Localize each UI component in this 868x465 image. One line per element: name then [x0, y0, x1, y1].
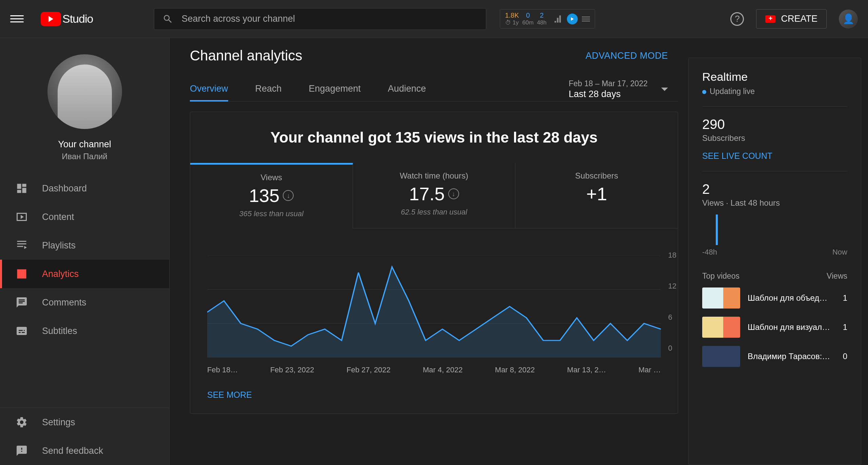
stat-label: Watch time (hours)	[356, 171, 512, 181]
tab-overview[interactable]: Overview	[190, 77, 228, 101]
down-arrow-icon	[283, 190, 294, 201]
views-48h-label: Views · Last 48 hours	[702, 198, 847, 208]
sidebar-item-feedback[interactable]: Send feedback	[0, 436, 169, 465]
date-range-picker[interactable]: Feb 18 – Mar 17, 2022 Last 28 days	[569, 79, 668, 99]
tab-engagement[interactable]: Engagement	[309, 77, 361, 101]
hamburger-icon[interactable]	[10, 12, 24, 26]
sidebar-item-label: Settings	[42, 417, 75, 428]
channel-avatar	[47, 54, 122, 129]
create-camera-icon	[765, 15, 775, 23]
video-title: Шаблон для визуал…	[748, 322, 835, 332]
video-thumbnail	[702, 287, 740, 309]
sidebar-item-playlists[interactable]: Playlists	[0, 231, 169, 260]
stat-value: 135	[249, 185, 279, 206]
stat-label: Subscribers	[519, 171, 674, 181]
analytics-card: Your channel got 135 views in the last 2…	[190, 112, 678, 414]
badge-60m-value: 0	[526, 12, 530, 19]
see-more-link[interactable]: SEE MORE	[207, 390, 678, 400]
analytics-icon	[15, 267, 28, 281]
stat-value: 17.5	[409, 183, 445, 204]
sidebar-item-label: Analytics	[42, 269, 79, 279]
video-views: 0	[843, 352, 847, 361]
stat-label: Views	[194, 173, 349, 182]
top-video-item[interactable]: Владимир Тарасов:… 0	[702, 346, 847, 367]
stat-sub: 62.5 less than usual	[356, 208, 512, 217]
page-title: Channel analytics	[190, 48, 302, 64]
gear-icon	[15, 415, 28, 429]
see-live-count-link[interactable]: SEE LIVE COUNT	[702, 151, 847, 161]
views-48h-value: 2	[702, 182, 847, 197]
top-videos-label: Top videos	[702, 272, 739, 281]
sidebar-item-label: Content	[42, 212, 74, 222]
comments-icon	[15, 296, 28, 309]
realtime-bars-chart	[702, 215, 847, 245]
badge-48h-sub: 48h	[537, 19, 547, 26]
list-icon[interactable]	[582, 17, 590, 21]
chart-x-axis: Feb 18…Feb 23, 2022Feb 27, 2022Mar 4, 20…	[207, 366, 661, 374]
stat-views[interactable]: Views 135 365 less than usual	[190, 163, 353, 228]
sidebar-item-label: Playlists	[42, 240, 76, 251]
header-stats-widget[interactable]: 1.8K⏱ 1y 060m 248h	[500, 9, 595, 29]
badge-60m-sub: 60m	[522, 19, 534, 26]
chevron-down-icon	[661, 88, 668, 91]
sidebar-item-label: Send feedback	[42, 446, 103, 456]
create-button[interactable]: CREATE	[756, 9, 827, 29]
sidebar-item-analytics[interactable]: Analytics	[0, 260, 169, 288]
live-dot-icon	[702, 90, 706, 94]
sidebar: Your channel Иван Палий Dashboard Conten…	[0, 38, 170, 465]
app-header: Studio Search across your channel 1.8K⏱ …	[0, 0, 868, 38]
video-views: 1	[843, 322, 847, 332]
search-input[interactable]: Search across your channel	[154, 8, 486, 30]
advanced-mode-link[interactable]: ADVANCED MODE	[586, 51, 668, 61]
help-icon[interactable]: ?	[730, 12, 744, 26]
stat-subscribers[interactable]: Subscribers +1	[515, 163, 678, 228]
channel-profile[interactable]: Your channel Иван Палий	[0, 38, 169, 174]
tab-reach[interactable]: Reach	[255, 77, 282, 101]
profile-title: Your channel	[58, 139, 111, 150]
video-views: 1	[843, 293, 847, 303]
badge-1y-value: 1.8K	[505, 12, 519, 19]
top-video-item[interactable]: Шаблон для объед… 1	[702, 287, 847, 309]
date-range-text: Feb 18 – Mar 17, 2022	[569, 79, 648, 88]
profile-name: Иван Палий	[62, 152, 107, 161]
account-avatar[interactable]	[839, 10, 858, 29]
sidebar-item-settings[interactable]: Settings	[0, 408, 169, 436]
sidebar-item-dashboard[interactable]: Dashboard	[0, 174, 169, 203]
tab-audience[interactable]: Audience	[388, 77, 426, 101]
sidebar-item-subtitles[interactable]: Subtitles	[0, 317, 169, 345]
views-chart[interactable]: 181260	[207, 256, 661, 359]
realtime-title: Realtime	[702, 70, 847, 83]
create-label: CREATE	[781, 14, 817, 24]
video-thumbnail	[702, 317, 740, 338]
sidebar-item-comments[interactable]: Comments	[0, 288, 169, 317]
sidebar-item-label: Dashboard	[42, 183, 87, 194]
video-title: Владимир Тарасов:…	[748, 352, 835, 361]
play-circle-icon[interactable]	[567, 14, 578, 24]
subscribers-label: Subscribers	[702, 133, 847, 143]
sidebar-item-content[interactable]: Content	[0, 203, 169, 231]
search-icon	[162, 14, 173, 24]
tabs: Overview Reach Engagement Audience	[190, 77, 426, 101]
subtitles-icon	[15, 324, 28, 338]
analytics-headline: Your channel got 135 views in the last 2…	[190, 112, 678, 163]
studio-logo[interactable]: Studio	[41, 12, 93, 26]
axis-right: Now	[832, 248, 847, 257]
search-placeholder: Search across your channel	[181, 14, 295, 24]
down-arrow-icon	[448, 188, 459, 199]
sidebar-item-label: Comments	[42, 297, 86, 308]
dashboard-icon	[15, 182, 28, 195]
logo-text: Studio	[62, 12, 93, 25]
bars-icon	[553, 14, 563, 24]
video-thumbnail	[702, 346, 740, 367]
updating-live-label: Updating live	[710, 87, 755, 96]
top-video-item[interactable]: Шаблон для визуал… 1	[702, 317, 847, 338]
sidebar-item-label: Subtitles	[42, 326, 77, 336]
views-column-label: Views	[827, 272, 847, 281]
badge-48h-value: 2	[540, 12, 544, 19]
stat-sub: 365 less than usual	[194, 209, 349, 218]
feedback-icon	[15, 444, 28, 458]
date-range-label: Last 28 days	[569, 89, 648, 99]
stat-watch-time[interactable]: Watch time (hours) 17.5 62.5 less than u…	[353, 163, 516, 228]
youtube-play-icon	[41, 12, 61, 26]
realtime-panel: Realtime Updating live 290 Subscribers S…	[688, 58, 861, 465]
